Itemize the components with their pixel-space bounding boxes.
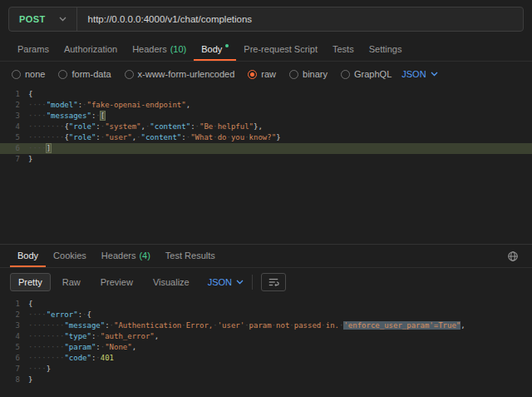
line-number: 3	[0, 111, 28, 122]
request-editor[interactable]: 1{2····"model":·"fake-openai-endpoint",3…	[0, 87, 532, 245]
postman-window: POST http://0.0.0.0:4000/v1/chat/complet…	[0, 0, 532, 397]
request-language-dropdown[interactable]: JSON	[401, 69, 437, 79]
response-editor[interactable]: 1{2····"error":·{3········"message":·"Au…	[0, 296, 532, 397]
method-selector[interactable]: POST	[9, 7, 77, 31]
code-line: 3········"message":·"Authentication·Erro…	[0, 320, 532, 331]
view-pretty[interactable]: Pretty	[10, 273, 51, 291]
body-type-raw[interactable]: raw	[248, 69, 276, 79]
tab-count: (10)	[170, 44, 187, 54]
radio-label: none	[25, 69, 45, 79]
tab-label: Body	[17, 251, 38, 261]
tab-tests[interactable]: Tests	[325, 38, 362, 61]
radio-label: form-data	[71, 69, 111, 79]
response-language-label: JSON	[208, 277, 232, 287]
toolbar-divider	[252, 275, 253, 290]
chevron-down-icon	[59, 17, 66, 22]
line-number: 3	[0, 320, 28, 331]
tab-params[interactable]: Params	[10, 38, 57, 61]
code-text: }	[28, 154, 32, 165]
line-number: 7	[0, 154, 28, 165]
response-tab-cookies[interactable]: Cookies	[46, 245, 94, 267]
tab-headers[interactable]: Headers(10)	[125, 38, 194, 61]
radio-label: GraphQL	[354, 69, 392, 79]
code-text: ····"error":·{	[28, 310, 91, 320]
code-text: ····]	[28, 143, 51, 154]
radio-label: binary	[303, 69, 328, 79]
response-view-switch: PrettyRawPreviewVisualize	[10, 273, 198, 291]
code-text: ····}	[28, 364, 51, 375]
tab-authorization[interactable]: Authorization	[57, 38, 125, 61]
code-text: {	[28, 89, 32, 100]
code-line: 6········"code":·401	[0, 353, 532, 364]
tab-label: Settings	[369, 44, 402, 54]
line-number: 4	[0, 331, 28, 342]
code-line: 2····"error":·{	[0, 310, 532, 320]
body-type-none[interactable]: none	[12, 69, 45, 79]
code-text: ····"messages":·[	[28, 111, 105, 122]
response-network-button[interactable]	[507, 245, 522, 267]
code-line: 1{	[0, 299, 532, 310]
tab-pre-request-script[interactable]: Pre-request Script	[236, 38, 325, 61]
line-number: 5	[0, 342, 28, 353]
code-line: 7}	[0, 154, 532, 165]
line-number: 6	[0, 353, 28, 364]
tab-label: Cookies	[53, 251, 86, 261]
code-text: ········{"role":·"user",·"content":·"Wha…	[28, 132, 281, 143]
response-toolbar: PrettyRawPreviewVisualize JSON	[0, 268, 532, 296]
tab-label: Body	[201, 44, 222, 54]
request-language-label: JSON	[401, 69, 426, 79]
view-visualize[interactable]: Visualize	[145, 273, 198, 291]
line-number: 1	[0, 299, 28, 310]
radio-icon	[248, 70, 257, 79]
code-line: 5········{"role":·"user",·"content":·"Wh…	[0, 132, 532, 143]
response-language-dropdown[interactable]: JSON	[208, 277, 244, 287]
code-line: 7····}	[0, 364, 532, 375]
response-tab-headers[interactable]: Headers(4)	[94, 245, 158, 267]
tab-label: Params	[17, 44, 49, 54]
code-text: ········{"role":·"system",·"content":·"B…	[28, 122, 263, 132]
line-number: 2	[0, 310, 28, 320]
code-line: 6····]	[0, 143, 532, 154]
code-text: ········"code":·401	[28, 353, 114, 364]
radio-icon	[12, 70, 21, 79]
tab-label: Headers	[132, 44, 167, 54]
code-text: ········"type":·"auth_error",	[28, 331, 159, 342]
code-text: ········"message":·"Authentication·Error…	[28, 320, 466, 331]
tab-label: Headers	[101, 251, 136, 261]
view-raw[interactable]: Raw	[54, 273, 89, 291]
body-type-binary[interactable]: binary	[289, 69, 328, 79]
code-line: 5········"param":·"None",	[0, 342, 532, 353]
code-text: {	[28, 299, 32, 310]
radio-icon	[58, 70, 67, 79]
line-number: 6	[0, 143, 28, 154]
code-text: }	[28, 375, 32, 385]
radio-icon	[289, 70, 298, 79]
tab-label: Test Results	[165, 251, 215, 261]
line-number: 1	[0, 89, 28, 100]
code-line: 2····"model":·"fake-openai-endpoint",	[0, 100, 532, 111]
tab-settings[interactable]: Settings	[362, 38, 410, 61]
response-tab-body[interactable]: Body	[10, 245, 46, 267]
tab-count: (4)	[139, 251, 150, 261]
line-number: 5	[0, 132, 28, 143]
tab-body[interactable]: Body	[194, 38, 236, 61]
view-preview[interactable]: Preview	[92, 273, 141, 291]
body-type-radios: noneform-datax-www-form-urlencodedrawbin…	[12, 69, 392, 79]
body-type-x-www-form-urlencoded[interactable]: x-www-form-urlencoded	[125, 69, 235, 79]
tab-label: Tests	[332, 44, 354, 54]
body-type-form-data[interactable]: form-data	[58, 69, 111, 79]
body-type-graphql[interactable]: GraphQL	[341, 69, 392, 79]
code-line: 1{	[0, 89, 532, 100]
line-number: 8	[0, 375, 28, 385]
radio-icon	[341, 70, 350, 79]
code-line: 4········"type":·"auth_error",	[0, 331, 532, 342]
url-input[interactable]: http://0.0.0.0:4000/v1/chat/completions	[77, 7, 523, 31]
globe-icon	[507, 251, 519, 262]
response-tabs: BodyCookiesHeaders(4)Test Results	[10, 245, 223, 267]
request-url-bar: POST http://0.0.0.0:4000/v1/chat/complet…	[0, 0, 532, 38]
code-line: 4········{"role":·"system",·"content":·"…	[0, 122, 532, 132]
request-tabs: ParamsAuthorizationHeaders(10)BodyPre-re…	[10, 38, 409, 61]
wrap-line-button[interactable]	[261, 273, 286, 291]
line-number: 4	[0, 122, 28, 132]
response-tab-test-results[interactable]: Test Results	[158, 245, 223, 267]
